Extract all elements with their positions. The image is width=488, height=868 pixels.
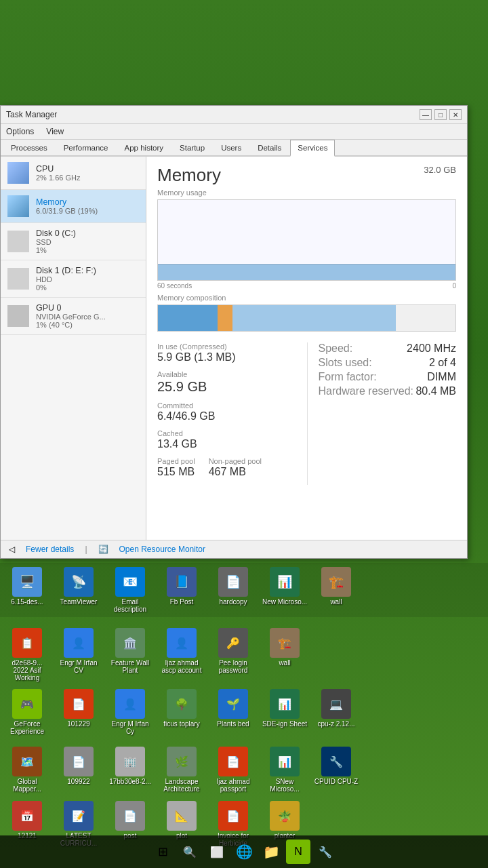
desktop-icon-plants[interactable]: 🌱 Plants bed xyxy=(209,689,258,728)
tab-performance[interactable]: Performance xyxy=(56,140,116,157)
sidebar-item-disk0[interactable]: Disk 0 (C:) SSD 1% xyxy=(1,223,146,260)
desktop-icon-cpuz[interactable]: 💻 cpu-z 2.12... xyxy=(312,689,361,728)
taskbar-other[interactable]: 🔧 xyxy=(313,840,338,864)
pee-label: Pee login password xyxy=(210,659,256,674)
desktop-icon-sde[interactable]: 📊 SDE-ign Sheet xyxy=(260,689,309,728)
engr-label: Engr M Irfan CV xyxy=(56,659,102,674)
sidebar-item-disk1[interactable]: Disk 1 (D: E: F:) HDD 0% xyxy=(1,260,146,298)
tab-apphistory[interactable]: App history xyxy=(117,140,171,157)
passport-icon-img: 📄 xyxy=(218,747,248,776)
committed-stat: Committed 6.4/46.9 GB xyxy=(157,401,307,422)
comp-modified xyxy=(218,305,232,331)
desktop-icon-ficus[interactable]: 🌳 ficus toplary xyxy=(157,689,206,728)
icon-row-2: 📋 d2e68-9... 2022 Asif Working 👤 Engr M … xyxy=(3,628,485,682)
desktop-icon-des[interactable]: 🖥️ 6.15-des... xyxy=(3,567,52,606)
menu-options[interactable]: Options xyxy=(5,125,35,138)
desktop-icon-teamviewer[interactable]: 📡 TeamViewer xyxy=(54,567,103,606)
desktop-icon-geforce[interactable]: 🎮 GeForce Experience xyxy=(3,689,52,735)
tab-users[interactable]: Users xyxy=(214,140,249,157)
desktop-icon-fbpost[interactable]: 📘 Fb Post xyxy=(157,567,206,606)
desktop-icon-101229[interactable]: 📄 101229 xyxy=(54,689,103,728)
desktop-icon-ijaz-passport[interactable]: 📄 Ijaz ahmad passport xyxy=(209,747,258,793)
gpu-model: NVIDIA GeForce G... xyxy=(36,313,106,321)
disk1-name: Disk 1 (D: E: F:) xyxy=(36,266,96,275)
disk1-type: HDD xyxy=(36,275,96,283)
tab-details[interactable]: Details xyxy=(250,140,289,157)
icon-row-1: 🖥️ 6.15-des... 📡 TeamViewer 📧 Email desc… xyxy=(3,567,485,613)
taskbar-search[interactable]: 🔍 xyxy=(178,840,202,864)
menubar: Options View xyxy=(1,124,467,140)
comp-free xyxy=(396,305,455,331)
desktop-icon-plot[interactable]: 📐 plot xyxy=(157,801,206,840)
taskbar-explorer[interactable]: 📁 xyxy=(259,840,283,864)
in-use-stat: In use (Compressed) 5.9 GB (1.3 MB) xyxy=(157,342,307,363)
email-icon-img: 📧 xyxy=(115,567,145,597)
sidebar-item-cpu[interactable]: CPU 2% 1.66 GHz xyxy=(1,157,146,190)
desktop-icon-global[interactable]: 🗺️ Global Mapper... xyxy=(3,747,52,793)
memory-usage-label: Memory usage xyxy=(157,189,456,197)
disk1-usage: 0% xyxy=(36,283,96,292)
desktop-icon-email[interactable]: 📧 Email description xyxy=(106,567,155,613)
nonpaged-pool-label: Non-paged pool xyxy=(209,457,262,465)
desktop-icon-post[interactable]: 📄 post xyxy=(106,801,155,840)
taskbar-taskview[interactable]: ⬜ xyxy=(205,840,229,864)
tab-processes[interactable]: Processes xyxy=(3,140,55,157)
asif-label: d2e68-9... 2022 Asif Working xyxy=(4,659,50,682)
available-value: 25.9 GB xyxy=(157,379,307,395)
sidebar-item-gpu[interactable]: GPU 0 NVIDIA GeForce G... 1% (40 °C) xyxy=(1,298,146,335)
desktop-icon-engr2[interactable]: 👤 Engr M Irfan Cy xyxy=(106,689,155,735)
in-use-label: In use (Compressed) xyxy=(157,342,307,351)
asif-icon-img: 📋 xyxy=(12,628,42,658)
taskbar-start[interactable]: ⊞ xyxy=(150,840,175,864)
ficus-icon-img: 🌳 xyxy=(167,689,197,719)
desktop-icon-17bb[interactable]: 🏢 17bb30e8-2... xyxy=(106,747,155,785)
speed-label: Speed: xyxy=(319,342,353,355)
desktop-icon-asif[interactable]: 📋 d2e68-9... 2022 Asif Working xyxy=(3,628,52,682)
committed-label: Committed xyxy=(157,401,307,410)
desktop-icon-cpuid[interactable]: 🔧 CPUID CPU-Z xyxy=(312,747,361,785)
disk0-usage: 1% xyxy=(36,246,76,254)
cpuid-label: CPUID CPU-Z xyxy=(314,778,358,785)
desktop-icon-hardcopy[interactable]: 📄 hardcopy xyxy=(209,567,258,606)
task-manager-window: Task Manager — □ ✕ Options View Processe… xyxy=(0,105,468,559)
desktop-icon-ijaz[interactable]: 👤 Ijaz ahmad ascp account xyxy=(157,628,206,674)
fewer-details-button[interactable]: Fewer details xyxy=(26,545,74,554)
menu-view[interactable]: View xyxy=(45,125,65,138)
close-button[interactable]: ✕ xyxy=(449,109,462,120)
desktop-icon-wall2[interactable]: 🏗️ wall xyxy=(260,628,309,667)
fb-icon-label: Fb Post xyxy=(170,598,193,606)
desktop-icon-feature-wall[interactable]: 🏛️ Feature Wall Plant xyxy=(106,628,155,674)
tab-startup[interactable]: Startup xyxy=(172,140,212,157)
desktop-icon-planter[interactable]: 🪴 planter xyxy=(260,801,309,840)
desktop-icon-new-microsoft[interactable]: 📊 New Microso... xyxy=(260,567,309,606)
restore-button[interactable]: □ xyxy=(434,109,447,120)
window-controls: — □ ✕ xyxy=(420,109,462,120)
desktop-icon-landscape[interactable]: 🌿 Landscape Architecture xyxy=(157,747,206,793)
desktop-icon-engr[interactable]: 👤 Engr M Irfan CV xyxy=(54,628,103,674)
open-resource-monitor-button[interactable]: Open Resource Monitor xyxy=(119,545,205,554)
minimize-button[interactable]: — xyxy=(420,109,432,120)
taskbar-edge[interactable]: 🌐 xyxy=(232,840,256,864)
resource-monitor-icon: 🔄 xyxy=(98,545,108,554)
fb-icon-img: 📘 xyxy=(167,567,197,597)
sidebar-item-memory[interactable]: Memory 6.0/31.9 GB (19%) xyxy=(1,190,146,223)
global-icon-img: 🗺️ xyxy=(12,747,42,776)
tab-services[interactable]: Services xyxy=(290,140,335,157)
taskbar-nvidia[interactable]: N xyxy=(286,840,310,864)
des-icon-img: 🖥️ xyxy=(12,567,42,597)
memory-line xyxy=(158,264,455,265)
memory-stats-left: In use (Compressed) 5.9 GB (1.3 MB) Avai… xyxy=(157,342,307,485)
memory-total: 32.0 GB xyxy=(424,165,456,175)
fw-icon-img: 🏛️ xyxy=(115,628,145,658)
desktop-icon-pee-login[interactable]: 🔑 Pee login password xyxy=(209,628,258,674)
disk0-sidebar-text: Disk 0 (C:) SSD 1% xyxy=(36,229,76,254)
desktop-icon-wall[interactable]: 🏗️ wall xyxy=(312,567,361,606)
form-value: DIMM xyxy=(427,371,456,383)
desktop-icon-12121[interactable]: 📅 12121 xyxy=(3,801,52,840)
landscape-label: Landscape Architecture xyxy=(159,778,205,793)
hw-reserved-row: Hardware reserved: 80.4 MB xyxy=(319,385,457,397)
post-icon-img: 📄 xyxy=(115,801,145,831)
desktop-icon-snew[interactable]: 📊 SNew Microso... xyxy=(260,747,309,793)
hc-icon-img: 📄 xyxy=(218,567,248,597)
desktop-icon-109922[interactable]: 📄 109922 xyxy=(54,747,103,785)
